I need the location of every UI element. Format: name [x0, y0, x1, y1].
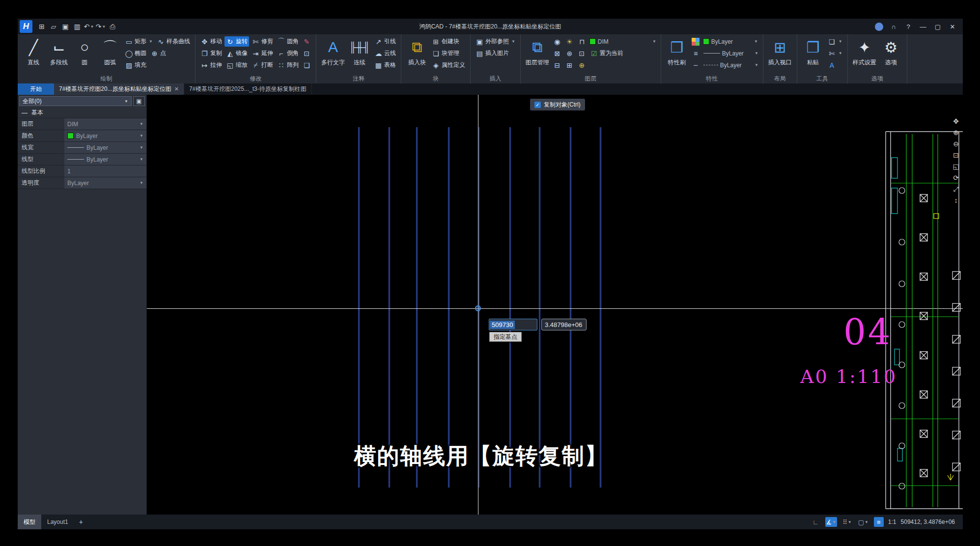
viewport-icon[interactable]: ▢▼ [857, 517, 869, 527]
ribbon-lineweight-combo[interactable]: ByLayer▼ [702, 49, 759, 58]
property-value-dropdown[interactable]: ByLayer▼ [64, 142, 146, 153]
ribbon-button-external-reference[interactable]: ▣外部参照▼ [474, 36, 517, 47]
snap-grid-icon[interactable]: ⠿▼ [841, 517, 852, 527]
open-file-icon[interactable]: ▱ [48, 21, 59, 32]
ribbon-button-line[interactable]: ╱直线 [21, 36, 46, 71]
ribbon-button-paste[interactable]: ❐粘贴 [801, 36, 825, 71]
tab-start[interactable]: 开始 [18, 83, 54, 95]
ribbon-button-mirror[interactable]: ◭镜像 [224, 48, 249, 58]
ribbon-button-rectangle[interactable]: ▭矩形▼ [123, 36, 154, 47]
property-value-dropdown[interactable]: ByLayer▼ [64, 130, 146, 141]
quick-select-button[interactable]: ▣ [133, 96, 145, 106]
polar-tracking-icon[interactable]: ∡▼ [825, 517, 838, 527]
ribbon-button-cut-clip[interactable]: ✄▼ [826, 48, 844, 58]
axis-line-8[interactable] [570, 127, 571, 488]
ribbon-button-match-properties[interactable]: ❒特性刷 [665, 36, 689, 71]
axis-line-6[interactable] [509, 127, 511, 488]
ribbon-button-arc[interactable]: ⌒圆弧 [98, 36, 122, 71]
ribbon-button-erase[interactable]: ✎ [301, 36, 312, 47]
ribbon-button-copy-clip[interactable]: ❏▼ [826, 36, 844, 47]
ribbon-button-break[interactable]: ⌿打断 [250, 60, 275, 70]
ribbon-linetype-combo[interactable]: ByLayer▼ [702, 60, 759, 70]
ribbon-button-leader[interactable]: ↗引线 [373, 36, 397, 47]
property-value-dropdown[interactable]: ByLayer▼ [64, 177, 146, 189]
properties-section-basic[interactable]: — 基本 [18, 108, 146, 118]
close-button[interactable]: ✕ [946, 21, 959, 32]
property-value-dropdown[interactable]: ByLayer▼ [64, 154, 146, 165]
axis-line-1[interactable] [358, 127, 360, 488]
tab-document-2[interactable]: 7#楼基坑开挖图2025..._t3-待原坐标复制柱图 [184, 83, 312, 95]
checkbox-checked-icon[interactable]: ✓ [534, 102, 541, 108]
ribbon-button-move[interactable]: ✥移动 [199, 36, 224, 47]
minimize-button[interactable]: — [917, 21, 929, 32]
ribbon-button-ellipse[interactable]: ◯椭圆 [123, 48, 148, 58]
lineweight-display-icon[interactable]: ≡ [874, 517, 884, 527]
maximize-button[interactable]: ▢ [931, 21, 944, 32]
ribbon-button-rotate[interactable]: ↻旋转 [224, 36, 249, 47]
layout-tab-模型[interactable]: 模型 [18, 515, 41, 529]
save-icon[interactable]: ▣ [60, 21, 71, 32]
pan-icon[interactable]: ✥ [951, 116, 961, 126]
ribbon-button-layer-unisolate[interactable]: ⊞ [564, 60, 575, 70]
drawing-canvas[interactable]: ✓ 复制对象(Ctrl) 509730 3.48798e+06 指定基点 [147, 95, 963, 515]
ribbon-button-layer-isolate[interactable]: ⊟ [552, 60, 563, 70]
property-value-dropdown[interactable]: DIM▼ [64, 118, 146, 130]
close-tab-icon[interactable]: ✕ [174, 86, 179, 92]
ribbon-button-explode[interactable]: ❏ [301, 60, 312, 70]
axis-line-7[interactable] [539, 127, 540, 488]
ribbon-button-spline[interactable]: ∿样条曲线 [155, 36, 192, 47]
ribbon-button-mtext[interactable]: A多行文字 [320, 36, 346, 71]
selection-filter-dropdown[interactable]: 全部(0) ▼ [19, 96, 132, 106]
app-logo[interactable]: H [20, 20, 32, 33]
ribbon-button-insert-image[interactable]: ▤插入图片 [474, 48, 510, 58]
ribbon-button-layer-lock[interactable]: ⊡ [576, 48, 588, 58]
ribbon-button-layer-hide[interactable]: ⊠ [552, 48, 563, 58]
new-file-icon[interactable]: ⊞ [36, 21, 47, 32]
ribbon-button-layer-unlock[interactable]: ⊓ [576, 36, 588, 47]
ribbon-button-table[interactable]: ▦表格 [373, 60, 397, 70]
ribbon-layer-combo[interactable]: DIM▼ [588, 37, 657, 47]
axis-line-9[interactable] [600, 127, 601, 488]
zoom-window-icon[interactable]: ⊡ [951, 150, 961, 160]
ribbon-button-layer-freeze[interactable]: ⊛ [564, 48, 575, 58]
annotation-scale[interactable]: 1:1 [888, 519, 896, 525]
property-value-dropdown[interactable]: 1 [64, 165, 146, 177]
save-as-icon[interactable]: ▥ [72, 21, 83, 32]
ribbon-button-lineweight-icon[interactable]: ≡ [690, 48, 701, 58]
ribbon-color-combo[interactable]: ByLayer▼ [702, 37, 759, 47]
ribbon-button-offset[interactable]: ⊡ [301, 48, 312, 58]
ribbon-button-point[interactable]: ⊕点 [149, 48, 168, 58]
ribbon-button-color-grid-icon[interactable] [690, 36, 701, 47]
axis-line-3[interactable] [416, 127, 418, 488]
ribbon-button-revision-cloud[interactable]: ☁云线 [373, 48, 397, 58]
ribbon-button-layer-merge[interactable]: ⊕ [576, 60, 588, 70]
help-icon[interactable]: ? [902, 21, 915, 32]
tab-document-active[interactable]: 7#楼基坑开挖图20...原坐标粘贴坐标定位图 ✕ [54, 83, 184, 95]
ribbon-button-style-settings[interactable]: ✦样式设置 [851, 36, 878, 71]
ribbon-button-stretch[interactable]: ↦拉伸 [199, 60, 224, 70]
support-headset-icon[interactable]: ∩ [887, 21, 900, 32]
ribbon-button-extend[interactable]: ⇥延伸 [250, 48, 275, 58]
dynamic-input-x[interactable]: 509730 [489, 319, 537, 330]
ribbon-button-circle[interactable]: ○圆 [72, 36, 97, 71]
ribbon-button-linetype-icon[interactable]: ┄ [690, 60, 701, 70]
ribbon-button-set-current-layer[interactable]: ☑置为当前 [588, 48, 625, 58]
ribbon-button-layer-visibility[interactable]: ◉ [552, 36, 563, 47]
axis-line-4[interactable] [448, 127, 449, 488]
zoom-extents-icon[interactable]: ◱ [951, 162, 961, 171]
ribbon-button-hatch[interactable]: ▨填充 [123, 60, 148, 70]
ribbon-button-layer-manager[interactable]: ⧉图层管理 [524, 36, 551, 71]
dynamic-input-y[interactable]: 3.48798e+06 [541, 319, 587, 330]
zoom-out-icon[interactable]: ⊖ [951, 139, 961, 149]
layout-tab-layout1[interactable]: Layout1 [41, 515, 74, 529]
ribbon-button-dim-continue[interactable]: ╟╫╢连续 [347, 36, 372, 71]
ribbon-button-polyline[interactable]: ⌙多段线 [47, 36, 71, 71]
ribbon-button-options[interactable]: ⚙选项 [879, 36, 903, 71]
ribbon-button-array[interactable]: ∷阵列 [276, 60, 300, 70]
ribbon-button-create-block[interactable]: ⊞创建块 [430, 36, 461, 47]
ribbon-button-insert-block[interactable]: ⧉插入块 [405, 36, 429, 71]
ribbon-button-layer-on[interactable]: ☀ [564, 36, 575, 47]
ribbon-button-insert-viewport[interactable]: ⊞插入视口 [767, 36, 793, 71]
ribbon-button-copy[interactable]: ❐复制 [199, 48, 224, 58]
ribbon-button-attribute-define[interactable]: ◈属性定义 [430, 60, 467, 70]
